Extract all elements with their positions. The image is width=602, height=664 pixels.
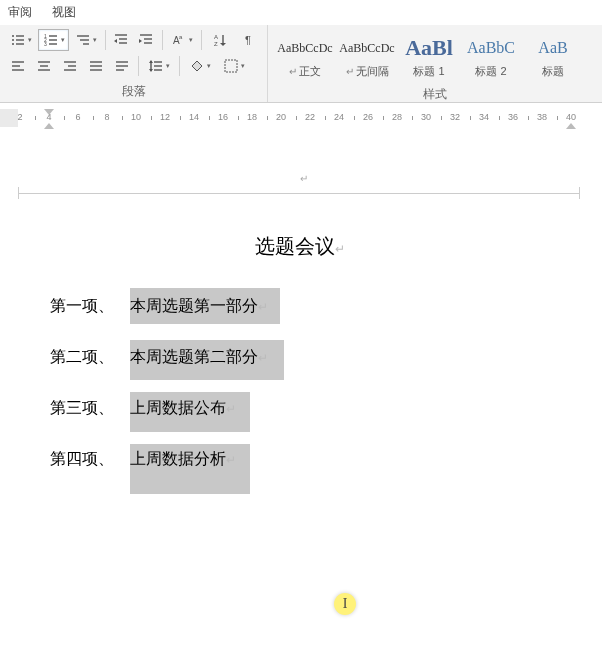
- paragraph-mark-icon: ↵: [346, 66, 354, 77]
- increase-indent-button[interactable]: [135, 29, 158, 51]
- sort-button[interactable]: AZ: [206, 29, 236, 51]
- style-title[interactable]: AaB 标题: [522, 29, 584, 84]
- borders-button[interactable]: ▾: [218, 55, 250, 77]
- paragraph-group-label: 段落: [6, 81, 261, 100]
- list-text[interactable]: 上周数据公布↵: [130, 398, 236, 419]
- svg-marker-28: [220, 43, 226, 46]
- list-text[interactable]: 本周选题第一部分↵: [130, 296, 268, 317]
- asian-layout-button[interactable]: Aa▾: [167, 29, 197, 51]
- ruler-area: 246810121416182022242628303234363840: [0, 103, 602, 133]
- align-center-button[interactable]: [32, 55, 56, 77]
- svg-marker-49: [149, 60, 153, 63]
- document-title[interactable]: 选题会议↵: [50, 233, 550, 260]
- menu-bar: 审阅 视图: [0, 0, 602, 25]
- svg-text:¶: ¶: [245, 34, 251, 46]
- document-body[interactable]: 选题会议↵ 第一项、 本周选题第一部分↵ 第二项、 本周选题第二部分↵ 第三项、…: [50, 233, 550, 500]
- distribute-button[interactable]: [110, 55, 134, 77]
- svg-rect-51: [225, 60, 237, 72]
- svg-text:a: a: [179, 34, 183, 40]
- list-item[interactable]: 第三项、 上周数据公布↵: [50, 398, 550, 419]
- style-no-spacing[interactable]: AaBbCcDc ↵无间隔: [336, 29, 398, 84]
- menu-review[interactable]: 审阅: [8, 4, 32, 21]
- style-normal[interactable]: AaBbCcDc ↵正文: [274, 29, 336, 84]
- show-marks-button[interactable]: ¶: [238, 29, 261, 51]
- svg-text:A: A: [214, 34, 218, 40]
- list-item[interactable]: 第二项、 本周选题第二部分↵: [50, 347, 550, 368]
- paragraph-mark-icon: ↵: [289, 66, 297, 77]
- bullets-button[interactable]: ▾: [6, 29, 36, 51]
- header-paragraph-mark: ↵: [300, 173, 308, 184]
- list-text[interactable]: 上周数据分析↵: [130, 449, 236, 470]
- group-paragraph: ▾ 123▾ ▾ Aa▾ AZ ¶ ▾ ▾ ▾ 段落: [0, 25, 268, 102]
- svg-marker-22: [139, 39, 142, 43]
- ribbon: ▾ 123▾ ▾ Aa▾ AZ ¶ ▾ ▾ ▾ 段落: [0, 25, 602, 103]
- svg-point-0: [12, 35, 14, 37]
- style-heading-1[interactable]: AaBl 标题 1: [398, 29, 460, 84]
- justify-button[interactable]: [84, 55, 108, 77]
- document-page: ↵ 选题会议↵ 第一项、 本周选题第一部分↵ 第二项、 本周选题第二部分↵ 第三…: [0, 133, 602, 664]
- svg-point-1: [12, 39, 14, 41]
- svg-marker-50: [149, 69, 153, 72]
- svg-text:3: 3: [44, 41, 47, 47]
- list-item[interactable]: 第一项、 本周选题第一部分↵: [50, 296, 550, 317]
- svg-marker-18: [114, 39, 117, 43]
- horizontal-ruler[interactable]: 246810121416182022242628303234363840: [0, 109, 602, 127]
- decrease-indent-button[interactable]: [110, 29, 133, 51]
- line-spacing-button[interactable]: ▾: [143, 55, 175, 77]
- align-left-button[interactable]: [6, 55, 30, 77]
- svg-point-2: [12, 43, 14, 45]
- list-number-label: 第二项、: [50, 347, 130, 368]
- text-cursor-indicator: I: [334, 593, 356, 615]
- list-text[interactable]: 本周选题第二部分↵: [130, 347, 268, 368]
- style-gallery: AaBbCcDc ↵正文 AaBbCcDc ↵无间隔 AaBl 标题 1 AaB…: [274, 29, 596, 84]
- align-right-button[interactable]: [58, 55, 82, 77]
- numbered-list: 第一项、 本周选题第一部分↵ 第二项、 本周选题第二部分↵ 第三项、 上周数据公…: [50, 296, 550, 470]
- list-number-label: 第四项、: [50, 449, 130, 470]
- style-heading-2[interactable]: AaBbC 标题 2: [460, 29, 522, 84]
- shading-button[interactable]: ▾: [184, 55, 216, 77]
- menu-view[interactable]: 视图: [52, 4, 76, 21]
- multilevel-list-button[interactable]: ▾: [71, 29, 101, 51]
- list-number-label: 第一项、: [50, 296, 130, 317]
- group-styles: AaBbCcDc ↵正文 AaBbCcDc ↵无间隔 AaBl 标题 1 AaB…: [268, 25, 602, 102]
- styles-group-label: 样式: [274, 84, 596, 103]
- list-item[interactable]: 第四项、 上周数据分析↵: [50, 449, 550, 470]
- numbering-button[interactable]: 123▾: [38, 29, 68, 51]
- list-number-label: 第三项、: [50, 398, 130, 419]
- svg-text:Z: Z: [214, 41, 218, 47]
